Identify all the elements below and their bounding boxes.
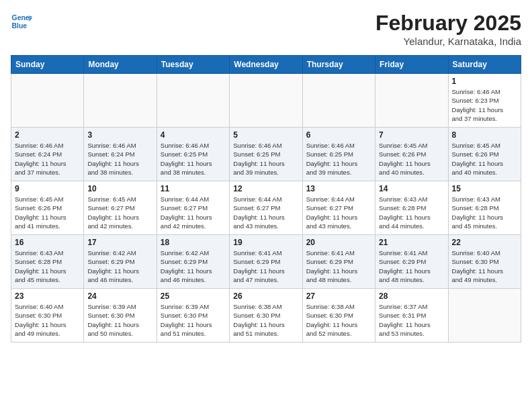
weekday-header: Friday <box>375 56 448 74</box>
logo: General Blue <box>11 11 32 32</box>
calendar-cell <box>375 74 448 128</box>
day-info: Sunrise: 6:43 AM Sunset: 6:28 PM Dayligh… <box>452 195 517 230</box>
calendar-cell: 23Sunrise: 6:40 AM Sunset: 6:30 PM Dayli… <box>11 289 84 342</box>
location-title: Yelandur, Karnataka, India <box>375 36 521 47</box>
day-info: Sunrise: 6:46 AM Sunset: 6:23 PM Dayligh… <box>452 87 517 123</box>
day-number: 2 <box>15 130 80 140</box>
day-number: 8 <box>452 130 517 140</box>
calendar-cell: 14Sunrise: 6:43 AM Sunset: 6:28 PM Dayli… <box>375 181 448 235</box>
day-info: Sunrise: 6:44 AM Sunset: 6:27 PM Dayligh… <box>306 195 371 230</box>
day-number: 14 <box>379 184 444 193</box>
day-number: 7 <box>379 130 444 140</box>
day-info: Sunrise: 6:46 AM Sunset: 6:25 PM Dayligh… <box>306 141 371 177</box>
day-number: 12 <box>233 184 298 193</box>
calendar-cell: 25Sunrise: 6:39 AM Sunset: 6:30 PM Dayli… <box>157 289 229 342</box>
day-info: Sunrise: 6:40 AM Sunset: 6:30 PM Dayligh… <box>452 248 517 284</box>
day-number: 25 <box>161 291 226 301</box>
day-info: Sunrise: 6:46 AM Sunset: 6:25 PM Dayligh… <box>161 141 226 177</box>
day-number: 1 <box>452 77 517 86</box>
calendar-cell: 13Sunrise: 6:44 AM Sunset: 6:27 PM Dayli… <box>302 181 375 235</box>
weekday-header: Monday <box>84 56 157 74</box>
logo-icon: General Blue <box>11 11 32 32</box>
day-number: 17 <box>87 238 152 247</box>
calendar-cell: 10Sunrise: 6:45 AM Sunset: 6:27 PM Dayli… <box>84 181 157 235</box>
weekday-header: Thursday <box>302 56 375 74</box>
calendar-cell: 15Sunrise: 6:43 AM Sunset: 6:28 PM Dayli… <box>448 181 521 235</box>
day-info: Sunrise: 6:38 AM Sunset: 6:30 PM Dayligh… <box>306 302 371 338</box>
day-number: 28 <box>379 291 444 301</box>
day-number: 15 <box>452 184 517 193</box>
calendar-cell: 24Sunrise: 6:39 AM Sunset: 6:30 PM Dayli… <box>84 289 157 342</box>
day-info: Sunrise: 6:39 AM Sunset: 6:30 PM Dayligh… <box>87 302 152 338</box>
calendar-cell: 18Sunrise: 6:42 AM Sunset: 6:29 PM Dayli… <box>157 235 229 289</box>
day-info: Sunrise: 6:38 AM Sunset: 6:30 PM Dayligh… <box>233 302 298 338</box>
calendar-week-row: 2Sunrise: 6:46 AM Sunset: 6:24 PM Daylig… <box>11 128 521 181</box>
day-number: 26 <box>233 291 298 301</box>
calendar-cell: 28Sunrise: 6:37 AM Sunset: 6:31 PM Dayli… <box>375 289 448 342</box>
weekday-header: Tuesday <box>157 56 229 74</box>
day-number: 24 <box>87 291 152 301</box>
day-number: 22 <box>452 238 517 247</box>
day-info: Sunrise: 6:40 AM Sunset: 6:30 PM Dayligh… <box>15 302 80 338</box>
calendar-cell: 12Sunrise: 6:44 AM Sunset: 6:27 PM Dayli… <box>230 181 302 235</box>
calendar-cell: 26Sunrise: 6:38 AM Sunset: 6:30 PM Dayli… <box>230 289 302 342</box>
day-info: Sunrise: 6:41 AM Sunset: 6:29 PM Dayligh… <box>233 248 298 284</box>
day-info: Sunrise: 6:45 AM Sunset: 6:26 PM Dayligh… <box>452 141 517 177</box>
day-number: 9 <box>15 184 80 193</box>
day-number: 16 <box>15 238 80 247</box>
day-info: Sunrise: 6:45 AM Sunset: 6:26 PM Dayligh… <box>379 141 444 177</box>
calendar-week-row: 1Sunrise: 6:46 AM Sunset: 6:23 PM Daylig… <box>11 74 521 128</box>
calendar-cell: 17Sunrise: 6:42 AM Sunset: 6:29 PM Dayli… <box>84 235 157 289</box>
day-number: 3 <box>87 130 152 140</box>
calendar-week-row: 16Sunrise: 6:43 AM Sunset: 6:28 PM Dayli… <box>11 235 521 289</box>
day-info: Sunrise: 6:41 AM Sunset: 6:29 PM Dayligh… <box>379 248 444 284</box>
calendar-cell: 22Sunrise: 6:40 AM Sunset: 6:30 PM Dayli… <box>448 235 521 289</box>
day-info: Sunrise: 6:43 AM Sunset: 6:28 PM Dayligh… <box>379 195 444 230</box>
day-number: 13 <box>306 184 371 193</box>
day-info: Sunrise: 6:45 AM Sunset: 6:27 PM Dayligh… <box>87 195 152 230</box>
day-info: Sunrise: 6:37 AM Sunset: 6:31 PM Dayligh… <box>379 302 444 338</box>
day-info: Sunrise: 6:45 AM Sunset: 6:26 PM Dayligh… <box>15 195 80 230</box>
calendar-table: SundayMondayTuesdayWednesdayThursdayFrid… <box>11 55 521 342</box>
day-info: Sunrise: 6:46 AM Sunset: 6:24 PM Dayligh… <box>15 141 80 177</box>
title-block: February 2025 Yelandur, Karnataka, India <box>375 11 521 47</box>
calendar-cell <box>448 289 521 342</box>
page-header: General Blue February 2025 Yelandur, Kar… <box>11 11 521 47</box>
day-number: 20 <box>306 238 371 247</box>
calendar-cell <box>11 74 84 128</box>
day-number: 6 <box>306 130 371 140</box>
day-info: Sunrise: 6:44 AM Sunset: 6:27 PM Dayligh… <box>161 195 226 230</box>
day-number: 11 <box>161 184 226 193</box>
calendar-cell <box>302 74 375 128</box>
weekday-header-row: SundayMondayTuesdayWednesdayThursdayFrid… <box>11 56 521 74</box>
day-info: Sunrise: 6:41 AM Sunset: 6:29 PM Dayligh… <box>306 248 371 284</box>
day-number: 23 <box>15 291 80 301</box>
calendar-cell <box>84 74 157 128</box>
calendar-cell: 20Sunrise: 6:41 AM Sunset: 6:29 PM Dayli… <box>302 235 375 289</box>
calendar-cell: 3Sunrise: 6:46 AM Sunset: 6:24 PM Daylig… <box>84 128 157 181</box>
day-info: Sunrise: 6:46 AM Sunset: 6:25 PM Dayligh… <box>233 141 298 177</box>
month-title: February 2025 <box>375 11 521 36</box>
day-info: Sunrise: 6:43 AM Sunset: 6:28 PM Dayligh… <box>15 248 80 284</box>
calendar-cell <box>230 74 302 128</box>
calendar-cell: 6Sunrise: 6:46 AM Sunset: 6:25 PM Daylig… <box>302 128 375 181</box>
day-number: 5 <box>233 130 298 140</box>
weekday-header: Wednesday <box>230 56 302 74</box>
calendar-week-row: 23Sunrise: 6:40 AM Sunset: 6:30 PM Dayli… <box>11 289 521 342</box>
calendar-cell: 27Sunrise: 6:38 AM Sunset: 6:30 PM Dayli… <box>302 289 375 342</box>
weekday-header: Sunday <box>11 56 84 74</box>
calendar-cell <box>157 74 229 128</box>
day-info: Sunrise: 6:44 AM Sunset: 6:27 PM Dayligh… <box>233 195 298 230</box>
day-number: 19 <box>233 238 298 247</box>
day-info: Sunrise: 6:39 AM Sunset: 6:30 PM Dayligh… <box>161 302 226 338</box>
calendar-cell: 9Sunrise: 6:45 AM Sunset: 6:26 PM Daylig… <box>11 181 84 235</box>
calendar-cell: 8Sunrise: 6:45 AM Sunset: 6:26 PM Daylig… <box>448 128 521 181</box>
day-info: Sunrise: 6:42 AM Sunset: 6:29 PM Dayligh… <box>161 248 226 284</box>
day-info: Sunrise: 6:42 AM Sunset: 6:29 PM Dayligh… <box>87 248 152 284</box>
calendar-cell: 5Sunrise: 6:46 AM Sunset: 6:25 PM Daylig… <box>230 128 302 181</box>
svg-text:Blue: Blue <box>12 22 28 30</box>
calendar-cell: 2Sunrise: 6:46 AM Sunset: 6:24 PM Daylig… <box>11 128 84 181</box>
day-number: 4 <box>161 130 226 140</box>
weekday-header: Saturday <box>448 56 521 74</box>
calendar-week-row: 9Sunrise: 6:45 AM Sunset: 6:26 PM Daylig… <box>11 181 521 235</box>
